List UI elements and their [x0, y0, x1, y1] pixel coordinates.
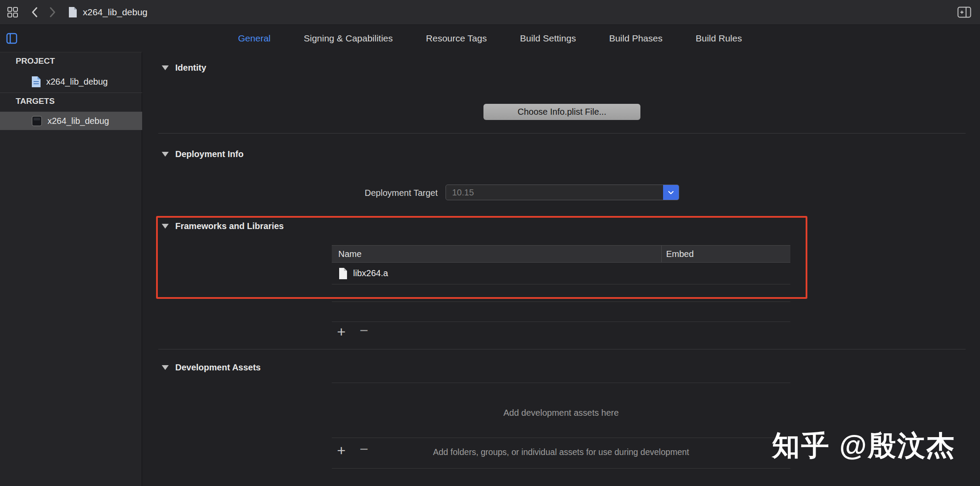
sidebar-item-project[interactable]: x264_lib_debug [0, 72, 142, 91]
project-targets-sidebar: PROJECT x264_lib_debug TARGETS x264_lib_… [0, 52, 142, 486]
target-item-label: x264_lib_debug [48, 116, 109, 126]
editor-options-icon[interactable] [957, 7, 971, 18]
table-empty-row-line [332, 322, 790, 322]
dev-assets-top-line [332, 383, 790, 383]
dev-assets-mid-line [332, 438, 790, 438]
tab-build-phases[interactable]: Build Phases [609, 33, 663, 44]
table-empty-row-line [332, 301, 790, 302]
section-divider [158, 133, 966, 133]
deployment-target-label: Deployment Target [307, 188, 438, 198]
dev-assets-placeholder: Add development assets here [332, 408, 790, 418]
tab-bar: General Signing & Capabilities Resource … [0, 25, 980, 52]
disclosure-triangle-icon[interactable] [162, 152, 169, 157]
dev-assets-hint: Add folders, groups, or individual asset… [332, 447, 790, 457]
library-name: libx264.a [353, 268, 388, 278]
project-section-header: PROJECT [16, 55, 55, 67]
frameworks-table-header: Name Embed [332, 245, 790, 263]
tab-resource-tags[interactable]: Resource Tags [426, 33, 487, 44]
disclosure-triangle-icon[interactable] [162, 365, 169, 370]
window-title: x264_lib_debug [83, 7, 147, 17]
frameworks-section-title: Frameworks and Libraries [175, 221, 284, 231]
remove-framework-button[interactable]: − [360, 323, 368, 338]
tab-general[interactable]: General [238, 33, 271, 44]
column-header-embed[interactable]: Embed [662, 246, 694, 262]
chevron-down-icon[interactable] [663, 185, 679, 200]
navigator-toggle-icon[interactable] [6, 33, 17, 46]
title-bar: x264_lib_debug [0, 0, 980, 25]
tab-build-settings[interactable]: Build Settings [520, 33, 576, 44]
deployment-section-header[interactable]: Deployment Info [162, 148, 244, 160]
frameworks-table: Name Embed libx264.a [332, 245, 790, 284]
general-settings-pane: Identity Choose Info.plist File... Deplo… [143, 52, 980, 486]
disclosure-triangle-icon[interactable] [162, 224, 169, 229]
choose-info-plist-button[interactable]: Choose Info.plist File... [483, 104, 640, 120]
dev-assets-section-header[interactable]: Development Assets [162, 362, 261, 373]
deployment-section-title: Deployment Info [175, 149, 244, 159]
project-item-label: x264_lib_debug [46, 77, 108, 87]
add-framework-button[interactable]: + [337, 324, 346, 339]
deployment-target-value: 10.15 [446, 188, 663, 198]
deployment-target-select[interactable]: 10.15 [446, 185, 679, 200]
forward-button[interactable] [48, 6, 57, 19]
tab-build-rules[interactable]: Build Rules [696, 33, 742, 44]
app-grid-icon[interactable] [7, 7, 18, 18]
watermark: 知乎 @殷汶杰 [772, 427, 956, 465]
frameworks-section-header[interactable]: Frameworks and Libraries [162, 220, 284, 232]
targets-section-header: TARGETS [16, 95, 54, 107]
tab-signing-capabilities[interactable]: Signing & Capabilities [304, 33, 393, 44]
disclosure-triangle-icon[interactable] [162, 65, 169, 70]
sidebar-divider [0, 92, 142, 93]
target-icon [31, 116, 42, 127]
sidebar-item-target[interactable]: x264_lib_debug [0, 112, 142, 130]
back-button[interactable] [31, 6, 39, 19]
identity-section-title: Identity [175, 63, 206, 73]
column-header-name[interactable]: Name [332, 246, 661, 262]
identity-section-header[interactable]: Identity [162, 62, 206, 73]
dev-assets-section-title: Development Assets [175, 363, 261, 373]
library-file-icon [338, 267, 348, 280]
table-row[interactable]: libx264.a [332, 263, 790, 284]
document-icon [68, 6, 78, 18]
project-file-icon [31, 76, 41, 88]
section-divider [158, 349, 966, 349]
dev-assets-bottom-line [332, 468, 790, 469]
